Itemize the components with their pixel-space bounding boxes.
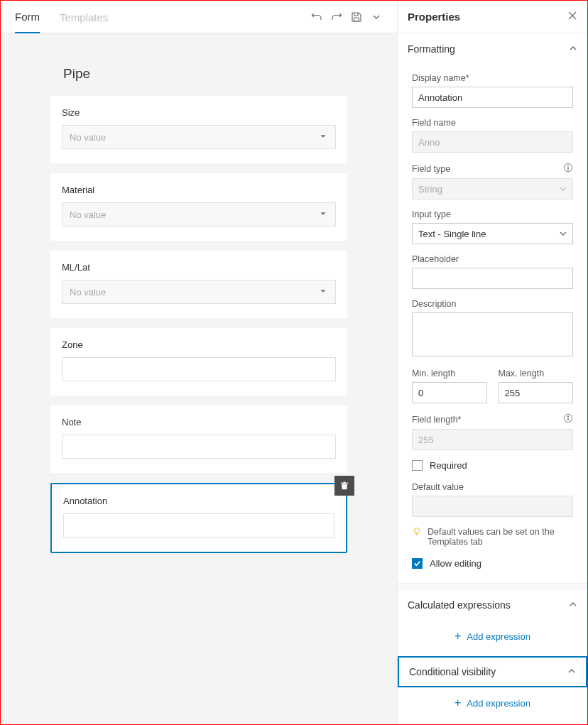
section-header-conditional[interactable]: Conditional visibility — [398, 656, 587, 687]
select-value: String — [418, 184, 442, 195]
label-placeholder: Placeholder — [412, 254, 459, 264]
close-icon — [567, 11, 577, 21]
form-canvas: Pipe Size No value Material No value — [1, 33, 397, 724]
tab-templates[interactable]: Templates — [60, 1, 108, 33]
chevron-up-icon — [569, 43, 577, 55]
default-value-hint: Default values can be set on the Templat… — [428, 527, 573, 547]
svg-point-4 — [415, 528, 420, 533]
description-input[interactable] — [412, 312, 573, 356]
panel-title: Properties — [408, 11, 460, 23]
form-field-zone[interactable]: Zone — [50, 328, 347, 396]
info-icon[interactable] — [563, 413, 573, 425]
label-input-type: Input type — [412, 209, 451, 219]
tab-form[interactable]: Form — [15, 1, 40, 33]
field-type-select: String — [412, 178, 573, 200]
form-field-material[interactable]: Material No value — [50, 173, 347, 241]
chevron-down-icon — [560, 229, 567, 239]
plus-icon: + — [454, 631, 461, 642]
form-designer-panel: Form Templates Pipe Size No value — [1, 1, 398, 724]
default-value-input — [412, 496, 573, 517]
form-field-note[interactable]: Note — [50, 405, 347, 473]
info-icon[interactable] — [563, 163, 573, 175]
field-length-input — [412, 429, 573, 450]
svg-point-1 — [567, 165, 568, 166]
undo-icon[interactable] — [310, 11, 323, 23]
select-placeholder: No value — [70, 132, 106, 143]
save-dropdown-icon[interactable] — [370, 11, 383, 23]
label-field-length: Field length* — [412, 415, 462, 425]
field-label: Size — [62, 107, 336, 118]
chevron-down-icon — [318, 286, 328, 298]
label-min-length: Min. length — [412, 369, 455, 378]
field-name-input — [412, 131, 573, 153]
chevron-down-icon — [318, 131, 328, 143]
field-select[interactable]: No value — [62, 125, 336, 149]
section-title: Formatting — [408, 43, 455, 55]
select-value: Text - Single line — [418, 229, 486, 239]
form-field-size[interactable]: Size No value — [50, 96, 347, 163]
properties-header: Properties — [398, 1, 587, 33]
select-placeholder: No value — [70, 287, 106, 298]
select-placeholder: No value — [70, 209, 106, 220]
toolbar-actions — [310, 11, 383, 23]
section-divider — [398, 584, 587, 589]
label-display-name: Display name* — [412, 73, 469, 83]
field-label: ML/Lat — [62, 262, 336, 273]
field-text[interactable] — [63, 513, 334, 538]
save-icon[interactable] — [350, 11, 363, 23]
field-label: Material — [62, 185, 336, 195]
min-length-input[interactable] — [412, 382, 487, 403]
add-expression-label: Add expression — [467, 698, 530, 709]
label-max-length: Max. length — [499, 369, 545, 378]
chevron-down-icon — [560, 184, 567, 195]
chevron-down-icon — [318, 209, 328, 221]
plus-icon: + — [454, 697, 461, 709]
field-label: Zone — [62, 339, 336, 350]
label-field-name: Field name — [412, 118, 456, 128]
tab-bar: Form Templates — [1, 1, 397, 33]
allow-editing-checkbox[interactable] — [412, 558, 423, 569]
chevron-up-icon — [569, 599, 577, 611]
form-field-annotation[interactable]: Annotation — [50, 483, 347, 553]
section-title: Calculated expressions — [408, 599, 511, 611]
label-field-type: Field type — [412, 164, 450, 174]
label-description: Description — [412, 299, 457, 309]
bulb-icon — [412, 527, 422, 539]
label-default-value: Default value — [412, 482, 464, 492]
section-header-calculated[interactable]: Calculated expressions — [398, 589, 587, 621]
properties-panel: Properties Formatting Display name* Fiel… — [398, 1, 587, 724]
label-required: Required — [430, 460, 467, 471]
close-button[interactable] — [567, 11, 577, 23]
field-text[interactable] — [62, 357, 336, 381]
redo-icon[interactable] — [330, 11, 343, 23]
form-field-mllat[interactable]: ML/Lat No value — [50, 251, 347, 318]
required-checkbox[interactable] — [412, 460, 423, 471]
max-length-input[interactable] — [499, 382, 574, 403]
label-allow-editing: Allow editing — [430, 558, 481, 569]
section-title: Conditional visibility — [409, 666, 496, 677]
chevron-up-icon — [567, 666, 576, 677]
field-select[interactable]: No value — [62, 202, 336, 227]
field-label: Annotation — [63, 496, 334, 506]
delete-field-button[interactable] — [334, 476, 354, 496]
add-conditional-expression-button[interactable]: + Add expression — [398, 687, 587, 723]
field-label: Note — [62, 417, 336, 427]
form-title: Pipe — [63, 66, 347, 82]
trash-icon — [339, 481, 349, 491]
input-type-select[interactable]: Text - Single line — [412, 223, 573, 244]
section-header-formatting[interactable]: Formatting — [398, 33, 587, 65]
display-name-input[interactable] — [412, 87, 573, 108]
add-calculated-expression-button[interactable]: + Add expression — [398, 621, 587, 656]
svg-point-3 — [567, 416, 568, 417]
add-expression-label: Add expression — [467, 631, 530, 642]
field-text[interactable] — [62, 435, 336, 459]
field-select[interactable]: No value — [62, 280, 336, 304]
placeholder-input[interactable] — [412, 268, 573, 289]
section-body-formatting: Display name* Field name Field type Stri… — [398, 65, 587, 584]
